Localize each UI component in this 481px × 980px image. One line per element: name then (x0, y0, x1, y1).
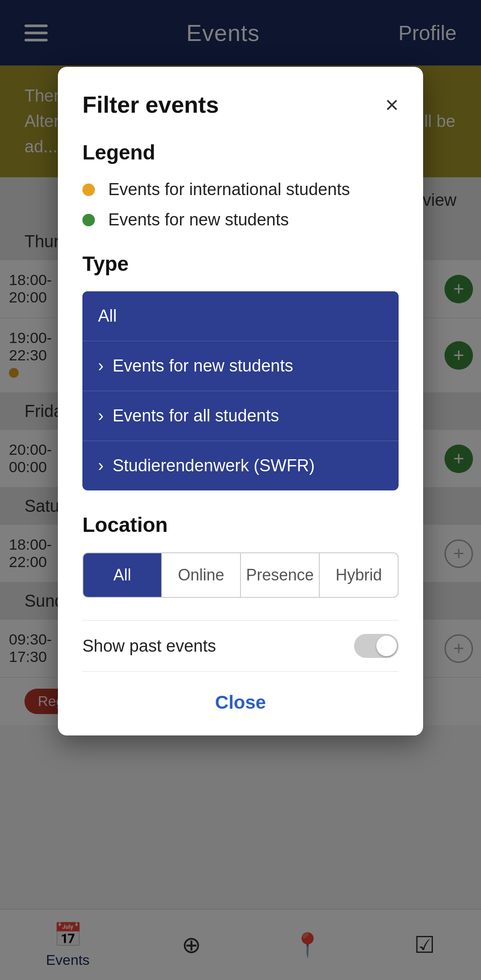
legend-section: Legend Events for international students… (82, 140, 399, 229)
close-button-label[interactable]: Close (215, 692, 266, 713)
location-tab-hybrid[interactable]: Hybrid (320, 553, 398, 597)
modal-header: Filter events × (82, 91, 399, 118)
type-item-all-students[interactable]: › Events for all students (82, 391, 399, 441)
type-title: Type (82, 252, 399, 276)
legend-item-new-students: Events for new students (82, 210, 399, 229)
international-dot-icon (82, 184, 95, 196)
location-tabs: All Online Presence Hybrid (82, 552, 399, 598)
filter-events-modal: Filter events × Legend Events for intern… (58, 67, 423, 735)
modal-title: Filter events (82, 91, 219, 118)
modal-close-button[interactable]: × (385, 93, 399, 116)
type-item-all-students-label: Events for all students (113, 406, 279, 425)
type-item-new-students[interactable]: › Events for new students (82, 341, 399, 391)
legend-label-new-students: Events for new students (108, 210, 289, 229)
chevron-right-icon: › (98, 406, 104, 425)
legend-label-international: Events for international students (108, 180, 350, 199)
type-item-studierendenwerk[interactable]: › Studierendenwerk (SWFR) (82, 441, 399, 490)
type-item-new-students-label: Events for new students (113, 356, 293, 376)
location-section: Location All Online Presence Hybrid (82, 513, 399, 598)
type-item-studierendenwerk-label: Studierendenwerk (SWFR) (113, 456, 315, 475)
type-section: Type All › Events for new students › Eve… (82, 252, 399, 490)
new-students-dot-icon (82, 214, 95, 226)
chevron-right-icon: › (98, 456, 104, 475)
type-item-all-label: All (98, 306, 117, 326)
show-past-toggle[interactable] (354, 634, 399, 658)
location-tab-online[interactable]: Online (162, 553, 241, 597)
type-list: All › Events for new students › Events f… (82, 291, 399, 490)
chevron-right-icon: › (98, 356, 104, 376)
location-tab-presence[interactable]: Presence (241, 553, 320, 597)
modal-close-button-bottom[interactable]: Close (82, 692, 399, 713)
show-past-section: Show past events (82, 620, 399, 672)
location-title: Location (82, 513, 399, 537)
legend-title: Legend (82, 140, 399, 164)
legend-item-international: Events for international students (82, 180, 399, 199)
location-tab-all[interactable]: All (83, 553, 162, 597)
show-past-label: Show past events (82, 637, 216, 656)
type-item-all[interactable]: All (82, 291, 399, 341)
toggle-thumb (376, 636, 397, 656)
